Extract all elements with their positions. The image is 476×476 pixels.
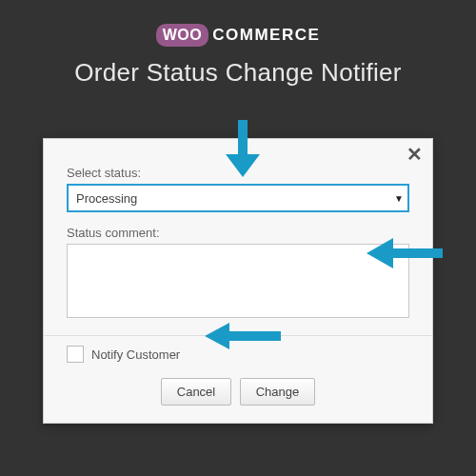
status-comment-input[interactable] [67,244,409,318]
svg-marker-1 [226,154,260,177]
status-select[interactable]: Processing [67,184,409,212]
svg-marker-3 [367,238,393,268]
notify-customer-checkbox[interactable] [67,346,84,363]
page-title: Order Status Change Notifier [0,58,476,88]
cancel-button[interactable]: Cancel [161,378,231,406]
close-icon[interactable]: ✕ [407,145,423,164]
svg-rect-0 [238,120,248,156]
status-comment-label: Status comment: [67,226,409,240]
woocommerce-logo: WOO COMMERCE [156,24,321,47]
change-button[interactable]: Change [240,378,316,406]
svg-rect-4 [228,331,281,341]
svg-rect-2 [391,248,443,258]
arrow-icon-down [224,120,262,177]
logo-text: COMMERCE [212,26,320,45]
notify-customer-label: Notify Customer [91,347,180,362]
arrow-icon-left-comment [367,236,443,270]
status-change-dialog: ✕ Select status: Processing ▼ Status com… [43,138,433,424]
arrow-icon-left-notify [205,321,281,351]
logo-badge: WOO [156,24,209,47]
svg-marker-5 [205,323,229,349]
